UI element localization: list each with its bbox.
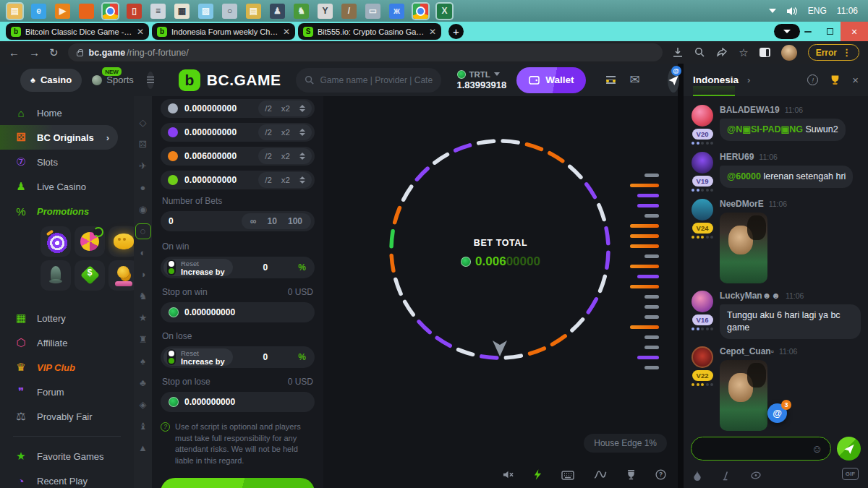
gif-picker-button[interactable]: GIF: [842, 468, 859, 480]
sidebar-item-affiliate[interactable]: ⬡Affiliate: [0, 330, 134, 355]
calendar-icon[interactable]: ▦: [174, 4, 190, 19]
browser-profile-avatar[interactable]: [781, 45, 797, 61]
sports-tab[interactable]: Sports NEW: [92, 74, 134, 85]
strip-game-icon-1[interactable]: ◇: [140, 118, 147, 128]
coin-flip-icon[interactable]: [750, 471, 762, 480]
chat-username[interactable]: Cepot_Cuan▫: [720, 346, 774, 356]
chat-input[interactable]: ☺: [691, 437, 831, 461]
sidebar-item-forum[interactable]: ❞Forum: [0, 380, 134, 404]
monitor-icon[interactable]: ▭: [365, 4, 380, 19]
feather-icon[interactable]: /: [341, 4, 357, 19]
strip-game-icon-9[interactable]: ♞: [139, 291, 148, 301]
chat-toggle-button[interactable]: @: [668, 68, 679, 93]
bet-amount-value[interactable]: 0.000000000: [184, 103, 258, 114]
bet-amount-value[interactable]: 0.000000000: [184, 127, 258, 137]
on-lose-reset-toggle[interactable]: Reset Increase by: [163, 348, 233, 366]
excel-icon[interactable]: X: [437, 4, 452, 19]
strip-game-icon-14[interactable]: ◈: [140, 400, 147, 410]
bet-count-option-10[interactable]: 10: [268, 216, 277, 226]
zoom-icon[interactable]: [694, 47, 705, 58]
on-win-reset-toggle[interactable]: Reset Increase by: [163, 259, 233, 276]
sidebar-item-lottery[interactable]: ▦Lottery: [0, 306, 134, 330]
bcgame-logo[interactable]: b BC.GAME: [179, 69, 281, 91]
browser-tab-2[interactable]: bIndonesia Forum weekly Challeng✕: [152, 23, 295, 40]
bet-count-option-∞[interactable]: ∞: [250, 216, 257, 226]
browser-error-button[interactable]: Error⋮: [808, 44, 859, 61]
strip-game-icon-7[interactable]: ◐: [140, 248, 146, 258]
chat-commands-icon[interactable]: [721, 471, 731, 481]
stepper-arrows[interactable]: [299, 129, 305, 136]
chat-input-field[interactable]: [699, 444, 812, 454]
chat-send-button[interactable]: [837, 437, 861, 461]
stepper-arrows[interactable]: [299, 105, 305, 112]
share-icon[interactable]: [716, 48, 728, 58]
help-icon[interactable]: ?: [655, 469, 666, 483]
sidebar-collapse-button[interactable]: [147, 72, 154, 89]
chat-rules-icon[interactable]: !: [807, 74, 818, 85]
double-button[interactable]: x2: [281, 128, 290, 137]
tab-close-icon[interactable]: ✕: [429, 27, 436, 36]
strip-game-icon-10[interactable]: ★: [139, 313, 148, 323]
start-auto-bet-button[interactable]: Start Auto Bet: [161, 478, 315, 488]
strip-game-icon-3[interactable]: ✈: [139, 161, 147, 171]
sound-muted-icon[interactable]: [502, 469, 514, 483]
game-icon[interactable]: Y: [318, 4, 333, 19]
mail-icon[interactable]: ✉: [629, 72, 639, 87]
sidebar-item-home[interactable]: ⌂Home: [0, 100, 134, 125]
strip-game-icon-16[interactable]: ▲: [138, 443, 148, 453]
chat-gif-image[interactable]: [720, 213, 767, 283]
internet-explorer-icon[interactable]: e: [31, 4, 46, 19]
bookmark-star-icon[interactable]: ☆: [739, 46, 748, 59]
speaker-icon[interactable]: [786, 7, 798, 16]
taskbar-clock[interactable]: 11:06: [837, 6, 858, 16]
reload-button[interactable]: ↻: [49, 46, 59, 59]
emoji-icon[interactable]: ☺: [812, 442, 822, 455]
double-button[interactable]: x2: [281, 152, 290, 160]
half-button[interactable]: /2: [265, 128, 272, 137]
on-win-value[interactable]: 0: [233, 262, 299, 273]
wallet-button[interactable]: Wallet: [516, 67, 586, 93]
forward-button[interactable]: →: [29, 46, 40, 59]
media-player-icon[interactable]: ▶: [55, 4, 70, 19]
bet-count-option-100[interactable]: 100: [288, 216, 302, 226]
sidebar-item-promotions[interactable]: %Promotions: [0, 199, 134, 223]
trophy-icon[interactable]: [830, 74, 841, 85]
lizard-icon[interactable]: ♞: [294, 4, 309, 19]
half-button[interactable]: /2: [265, 176, 272, 184]
promo-wheel-tile[interactable]: [75, 226, 105, 257]
strip-game-icon-5[interactable]: ◉: [139, 205, 147, 215]
stepper-arrows[interactable]: [299, 153, 305, 160]
rain-feature-icon[interactable]: [693, 470, 702, 481]
sidebar-item-bc-originals[interactable]: ⚄BC Originals›: [0, 125, 118, 150]
tab-close-icon[interactable]: ✕: [283, 27, 290, 36]
browser-tab-1[interactable]: bBitcoin Classic Dice Game - Play✕: [6, 23, 149, 40]
sidebar-item-recent-play[interactable]: ◔Recent Play: [0, 468, 134, 488]
strip-game-icon-12[interactable]: ♠: [140, 356, 145, 367]
live-stats-icon[interactable]: [594, 470, 607, 483]
chat-gif-image[interactable]: [720, 360, 767, 431]
browser-tab-3[interactable]: SBit555.io: Crypto Casino Games &✕: [298, 23, 441, 40]
chat-close-icon[interactable]: ×: [852, 74, 859, 86]
balance-display[interactable]: TRTL 1.83993918: [457, 70, 507, 90]
half-button[interactable]: /2: [265, 104, 272, 113]
casino-tab[interactable]: ♠ Casino: [20, 69, 82, 92]
strip-game-icon-2[interactable]: ⚄: [139, 140, 147, 150]
chat-username[interactable]: HERU69: [720, 152, 754, 162]
window-restore-button[interactable]: [819, 22, 841, 41]
search-tool-icon[interactable]: ○: [222, 4, 237, 19]
leaderboard-icon[interactable]: [626, 469, 636, 483]
window-close-button[interactable]: ×: [841, 22, 868, 41]
tab-search-button[interactable]: [774, 24, 800, 39]
promo-rocket-tile[interactable]: [41, 260, 71, 291]
chat-region-tab[interactable]: Indonesia: [693, 74, 739, 85]
chat-username[interactable]: LuckyMan☻☻: [720, 291, 780, 301]
bet-amount-value[interactable]: 0.006000000: [184, 151, 258, 161]
taskbar-language[interactable]: ENG: [808, 6, 827, 16]
photos-icon[interactable]: ▨: [198, 4, 213, 19]
chat-username[interactable]: BALADEWA19: [720, 105, 780, 115]
promo-target-tile[interactable]: [41, 226, 71, 257]
taskbar-chevron-icon[interactable]: [769, 9, 776, 13]
number-of-bets-input[interactable]: 0 ∞10100: [161, 211, 315, 231]
sidebar-item-vip-club[interactable]: ♛VIP Club: [0, 355, 134, 380]
turbo-bet-icon[interactable]: [534, 469, 542, 483]
